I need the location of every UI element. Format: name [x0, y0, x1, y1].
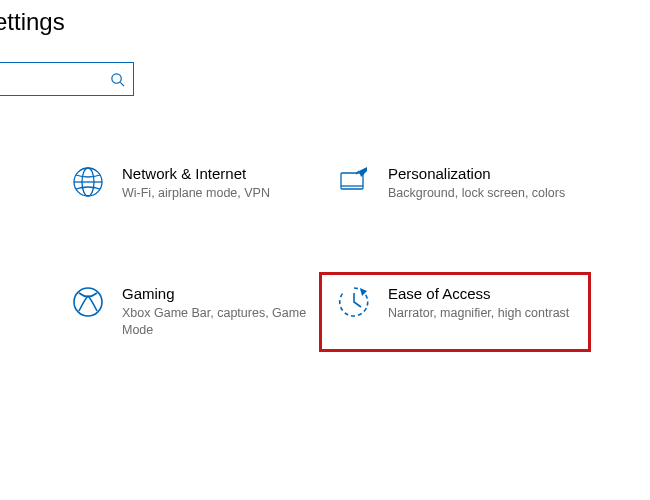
tile-ease-of-access[interactable]: Ease of Access Narrator, magnifier, high…: [322, 275, 588, 349]
svg-point-0: [111, 73, 120, 82]
settings-grid: , iPhone Network & Internet Wi-Fi, airpl…: [0, 155, 650, 500]
tile-security-partial[interactable]: urity recovery,: [0, 409, 56, 469]
tile-sub: recovery,: [0, 439, 44, 456]
tile-gaming[interactable]: Gaming Xbox Game Bar, captures, Game Mod…: [56, 275, 322, 349]
globe-icon: [68, 165, 108, 205]
tile-sub: Background, lock screen, colors: [388, 185, 576, 202]
tile-title: urity: [0, 419, 44, 436]
tile-sub: Narrator, magnifier, high contrast: [388, 305, 576, 322]
svg-point-8: [74, 288, 102, 316]
svg-line-1: [120, 82, 124, 86]
xbox-icon: [68, 285, 108, 325]
tile-personalization[interactable]: Personalization Background, lock screen,…: [322, 155, 588, 215]
tile-title: age: [0, 285, 44, 302]
search-box[interactable]: [0, 62, 134, 96]
paintbrush-icon: [334, 165, 374, 205]
tile-title: Gaming: [122, 285, 310, 302]
search-input[interactable]: [0, 63, 101, 95]
tile-network[interactable]: Network & Internet Wi-Fi, airplane mode,…: [56, 155, 322, 215]
search-icon[interactable]: [101, 72, 133, 87]
page-title: Settings: [0, 8, 65, 36]
tile-title: Ease of Access: [388, 285, 576, 302]
tile-storage-partial[interactable]: age ate: [0, 275, 56, 349]
tile-phone[interactable]: , iPhone: [0, 155, 56, 215]
tile-title: Personalization: [388, 165, 576, 182]
tile-sub: Xbox Game Bar, captures, Game Mode: [122, 305, 310, 339]
tile-sub: Wi-Fi, airplane mode, VPN: [122, 185, 310, 202]
ease-of-access-icon: [334, 285, 374, 325]
tile-title: Network & Internet: [122, 165, 310, 182]
tile-sub: , iPhone: [0, 168, 44, 185]
tile-sub: ate: [0, 305, 44, 322]
